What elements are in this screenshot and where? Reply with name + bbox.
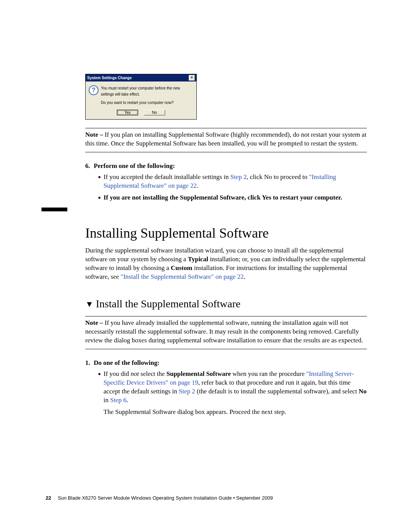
dialog-line-1: You must restart your computer before th… xyxy=(101,85,193,97)
followup-text: The Supplemental Software dialog box app… xyxy=(104,408,367,417)
step-1-bullets: ■ If you did not select the Supplemental… xyxy=(98,370,367,417)
bullet-icon: ■ xyxy=(98,370,104,417)
link-step-2[interactable]: Step 2 xyxy=(230,173,247,181)
bullet-text: If you did not select the Supplemental S… xyxy=(104,370,367,417)
triangle-icon: ▼ xyxy=(85,299,94,309)
bullet-text: If you accepted the default installable … xyxy=(104,173,367,190)
link-step-2[interactable]: Step 2 xyxy=(179,388,195,395)
dialog-line-2: Do you want to restart your computer now… xyxy=(101,100,193,106)
note-rule-top xyxy=(85,128,367,128)
dialog-message: You must restart your computer before th… xyxy=(101,85,193,106)
bullet-item: ■ If you did not select the Supplemental… xyxy=(98,370,367,417)
dialog-title-text: System Settings Change xyxy=(87,76,132,80)
note2-rule-bottom xyxy=(85,349,367,349)
note-text: If you have already installed the supple… xyxy=(85,319,363,344)
bullet-item: ■ If you accepted the default installabl… xyxy=(98,173,367,190)
content-column: System Settings Change × ? You must rest… xyxy=(85,74,367,420)
page-number: 22 xyxy=(46,495,56,501)
heading-installing-supplemental: Installing Supplemental Software xyxy=(85,225,367,241)
note-text: If you plan on installing Supplemental S… xyxy=(85,131,366,147)
step-1: 1. Do one of the following: xyxy=(85,359,367,367)
page: System Settings Change × ? You must rest… xyxy=(0,0,411,532)
note-1: Note – If you plan on installing Supplem… xyxy=(85,131,367,148)
page-footer: 22 Sun Blade X6270 Server Module Windows… xyxy=(46,495,273,501)
step-text: Do one of the following: xyxy=(94,359,159,366)
note-2: Note – If you have already installed the… xyxy=(85,319,367,345)
note-label: Note – xyxy=(85,319,103,326)
dialog-buttons: Yes No xyxy=(86,108,196,119)
no-button[interactable]: No xyxy=(144,110,165,115)
dialog-body: ? You must restart your computer before … xyxy=(86,81,196,108)
dialog-titlebar: System Settings Change × xyxy=(86,74,196,81)
step-6-bullets: ■ If you accepted the default installabl… xyxy=(98,173,367,202)
question-icon: ? xyxy=(89,85,99,106)
heading-bar xyxy=(41,208,67,211)
yes-button[interactable]: Yes xyxy=(117,110,138,115)
intro-paragraph: During the supplemental software install… xyxy=(85,246,367,281)
footer-text: Sun Blade X6270 Server Module Windows Op… xyxy=(58,495,273,501)
link-step-6[interactable]: Step 6 xyxy=(110,396,126,404)
link-install-supplemental[interactable]: "Install the Supplemental Software" on p… xyxy=(121,273,244,280)
bullet-item: ■ If you are not installing the Suppleme… xyxy=(98,193,367,202)
heading-install-supplemental: ▼Install the Supplemental Software xyxy=(85,298,367,310)
note-rule-bottom xyxy=(85,152,367,152)
note-label: Note – xyxy=(85,131,103,138)
step-6: 6. Perform one of the following: xyxy=(85,162,367,170)
step-number: 6. xyxy=(85,162,92,170)
step-number: 1. xyxy=(85,359,92,367)
bullet-text-bold: If you are not installing the Supplement… xyxy=(104,193,367,202)
step-text: Perform one of the following: xyxy=(94,162,175,169)
close-icon[interactable]: × xyxy=(189,75,195,81)
bullet-icon: ■ xyxy=(98,173,104,190)
bullet-icon: ■ xyxy=(98,193,104,202)
system-settings-dialog: System Settings Change × ? You must rest… xyxy=(85,74,197,120)
note2-rule-top xyxy=(85,316,367,316)
